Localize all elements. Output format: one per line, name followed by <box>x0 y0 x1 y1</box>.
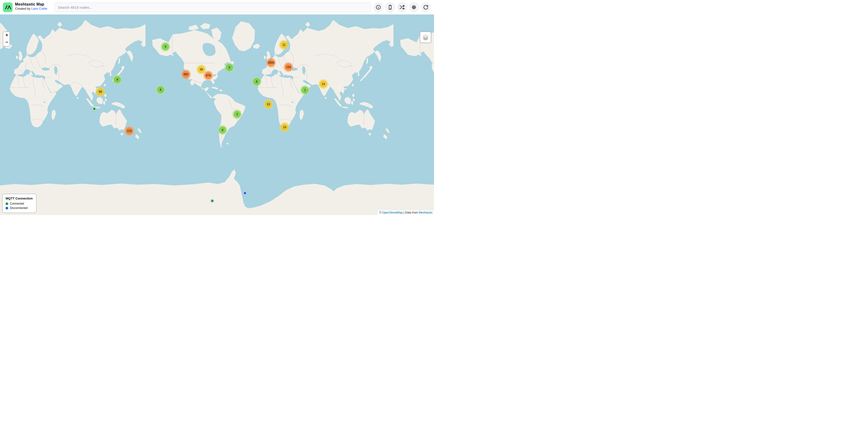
osm-link[interactable]: OpenStreetMap <box>382 211 403 214</box>
node-marker-disconnected[interactable] <box>243 191 247 195</box>
byline-link[interactable]: Liam Cottle <box>31 7 47 10</box>
map-attribution: © OpenStreetMap | Data from Meshtastic <box>378 210 434 215</box>
node-cluster-count: 9 <box>162 43 169 51</box>
legend-swatch <box>6 202 8 205</box>
node-cluster-count: 14 <box>320 80 327 88</box>
legend-label: Disconnected <box>10 206 28 210</box>
node-cluster-count: 33 <box>265 101 272 108</box>
node-cluster-count: 2 <box>234 111 241 118</box>
node-cluster-count: 5 <box>226 64 233 71</box>
node-cluster[interactable]: 8 <box>218 125 227 135</box>
layers-icon <box>422 34 429 41</box>
random-node-button[interactable] <box>397 2 407 12</box>
meshtastic-logo[interactable] <box>3 2 12 12</box>
top-bar: Meshtastic Map Created by Liam Cottle <box>0 0 434 14</box>
search-wrap <box>54 2 371 12</box>
shuffle-icon <box>399 5 405 10</box>
zoom-out-button[interactable]: − <box>3 39 10 46</box>
node-cluster[interactable]: 8 <box>252 77 261 87</box>
zoom-control: + − <box>3 31 10 46</box>
mqtt-connection-legend: MQTT Connection ConnectedDisconnected <box>2 194 37 213</box>
node-cluster[interactable]: 14 <box>318 79 328 89</box>
world-map[interactable]: + − MQTT Connection ConnectedDisconnecte… <box>0 14 434 215</box>
info-icon <box>376 5 381 10</box>
node-cluster-count: 9 <box>114 76 121 83</box>
legend-swatch <box>6 207 8 209</box>
mobile-app-button[interactable] <box>385 2 395 12</box>
node-cluster[interactable]: 16 <box>280 122 289 132</box>
node-marker-connected[interactable] <box>211 199 214 203</box>
node-cluster[interactable]: 223 <box>124 126 134 136</box>
node-cluster-count: 11 <box>280 41 287 48</box>
header-buttons <box>373 2 431 12</box>
settings-button[interactable] <box>409 2 419 12</box>
legend-item: Disconnected <box>6 206 33 210</box>
legend-label: Connected <box>10 202 24 205</box>
node-cluster[interactable]: 2 <box>300 85 310 95</box>
node-cluster-count: 39 <box>197 66 205 73</box>
node-cluster[interactable]: 874 <box>204 71 213 80</box>
node-cluster[interactable]: 58 <box>95 87 105 97</box>
gear-icon <box>411 5 416 10</box>
zoom-in-button[interactable]: + <box>3 32 10 39</box>
node-cluster-count: 2693 <box>268 59 275 66</box>
refresh-button[interactable] <box>421 2 431 12</box>
layers-control[interactable] <box>420 31 431 43</box>
node-cluster[interactable]: 33 <box>264 100 273 109</box>
node-cluster[interactable]: 2693 <box>266 58 276 68</box>
page-title: Meshtastic Map <box>15 2 47 7</box>
node-cluster[interactable]: 5 <box>224 63 234 72</box>
node-cluster[interactable]: 2 <box>232 109 242 119</box>
node-cluster[interactable]: 154 <box>284 62 293 72</box>
node-cluster-count: 874 <box>205 72 212 79</box>
legend-item: Connected <box>6 202 33 205</box>
byline-prefix: Created by <box>15 7 31 10</box>
node-cluster[interactable]: 650 <box>181 69 191 79</box>
node-cluster-count: 58 <box>97 88 104 95</box>
attribution-middle: | Data from <box>403 211 419 214</box>
smartphone-icon <box>388 5 393 10</box>
byline: Created by Liam Cottle <box>15 7 47 11</box>
node-cluster[interactable]: 9 <box>113 75 122 85</box>
info-button[interactable] <box>373 2 383 12</box>
node-cluster-count: 8 <box>219 126 226 134</box>
node-cluster-count: 154 <box>285 63 292 71</box>
node-marker-connected[interactable] <box>93 107 96 111</box>
node-cluster-count: 16 <box>281 124 288 131</box>
node-cluster-count: 6 <box>157 86 164 94</box>
node-cluster[interactable]: 11 <box>279 40 289 49</box>
node-cluster-count: 2 <box>301 87 309 94</box>
node-cluster[interactable]: 9 <box>161 42 170 52</box>
map-tiles <box>0 14 434 215</box>
node-cluster-count: 650 <box>182 71 190 78</box>
node-cluster-count: 8 <box>253 78 260 85</box>
meshtastic-logo-icon <box>3 2 12 12</box>
node-cluster-count: 223 <box>126 127 133 135</box>
meshtastic-link[interactable]: Meshtastic <box>419 211 433 214</box>
title-block: Meshtastic Map Created by Liam Cottle <box>15 2 47 11</box>
node-cluster[interactable]: 6 <box>156 85 165 95</box>
legend-title: MQTT Connection <box>6 197 33 200</box>
search-input[interactable] <box>54 2 371 12</box>
attribution-copyright: © <box>379 211 382 214</box>
refresh-icon <box>423 5 428 10</box>
